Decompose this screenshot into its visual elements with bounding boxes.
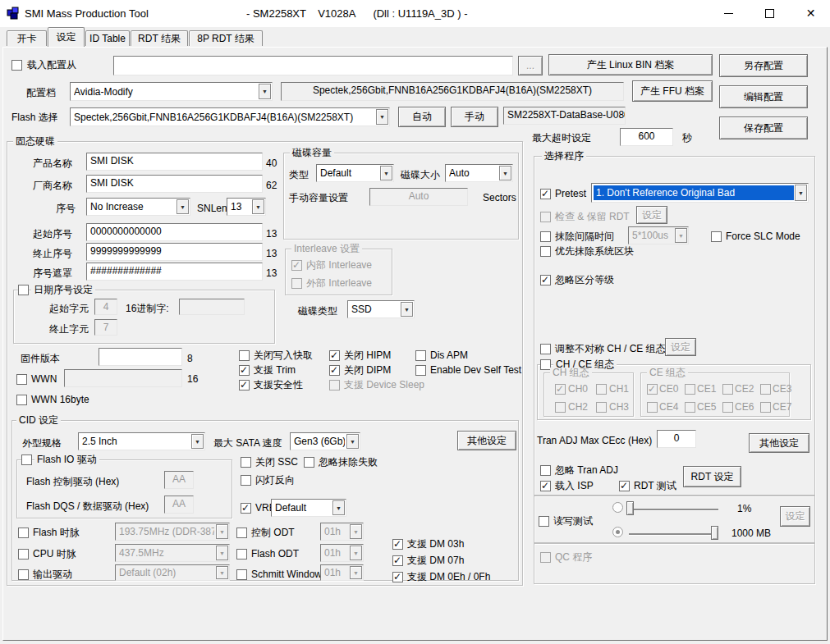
date-start-field: 4 [94,299,117,315]
save-config-button[interactable]: 保存配置 [719,116,808,139]
disable-write-cache-checkbox[interactable] [239,350,250,361]
pretest-select[interactable]: 1. Don't Reference Original Bad▼ [591,183,809,203]
disable-ssc-label: 关闭 SSC [255,456,298,468]
profile-select[interactable]: Avidia-Modify▼ [70,82,273,101]
gen-linux-bin-button[interactable]: 产生 Linux BIN 档案 [548,54,713,75]
schmitt-window-checkbox[interactable] [236,569,247,580]
timeout-field[interactable]: 600 [620,128,673,146]
firmware-field[interactable] [99,348,182,366]
disable-hipm-checkbox[interactable] [329,350,340,361]
security-checkbox[interactable] [239,380,250,391]
chevron-down-icon[interactable]: ▼ [252,199,264,214]
flash-odt-checkbox[interactable] [236,549,247,560]
edit-config-button[interactable]: 编辑配置 [719,85,808,108]
save-as-config-button[interactable]: 另存配置 [719,54,808,77]
wwn16-checkbox[interactable] [16,395,27,405]
minimize-icon [724,13,733,14]
serial-mode-select[interactable]: No Increase▼ [86,198,190,216]
erase-system-first-checkbox[interactable] [540,246,551,257]
product-name-field[interactable]: SMI DISK [86,153,263,171]
chevron-down-icon[interactable]: ▼ [332,500,345,515]
serial-label: 序号 [56,203,76,214]
serial-end-field[interactable]: 9999999999999 [86,243,263,261]
chevron-down-icon: ▼ [216,566,228,579]
serial-start-field[interactable]: 0000000000000 [86,223,263,241]
tab-open-card[interactable]: 开卡 [7,30,47,46]
tab-rdt-result[interactable]: RDT 结果 [131,30,188,46]
chevron-down-icon[interactable]: ▼ [376,109,388,125]
flash-clock-checkbox[interactable] [18,528,29,538]
dm07-checkbox[interactable] [392,555,403,566]
sata-speed-select[interactable]: Gen3 (6Gb)▼ [290,432,360,450]
disk-size-select[interactable]: Auto▼ [445,164,513,182]
flash-io-checkbox[interactable] [21,454,32,465]
dm0e-checkbox[interactable] [392,572,403,582]
force-slc-checkbox[interactable] [711,231,722,242]
trim-checkbox[interactable] [239,365,250,376]
close-button[interactable]: ✕ [791,0,830,26]
internal-interleave-label: 内部 Interleave [306,259,372,271]
capacity-type-select[interactable]: Default▼ [316,164,394,182]
flash-select[interactable]: Spectek,256Gbit,FNNB16A256G1KDBAFJ4(B16A… [70,107,390,126]
chevron-down-icon[interactable]: ▼ [346,434,359,449]
wwn-checkbox[interactable] [16,374,27,385]
rdt-test-checkbox[interactable] [619,481,630,491]
pretest-checkbox[interactable] [540,189,551,199]
ce0-label: CE0 [659,383,678,395]
chevron-down-icon[interactable]: ▼ [499,166,511,180]
other-settings2-button[interactable]: 其他设定 [749,433,809,453]
manual-button[interactable]: 手动 [451,107,498,127]
cpu-clock-checkbox[interactable] [18,549,29,560]
date-serial-checkbox[interactable] [18,285,29,295]
vref-checkbox[interactable] [241,503,251,514]
form-factor-select[interactable]: 2.5 Inch▼ [78,432,205,450]
vendor-name-field[interactable]: SMI DISK [86,175,263,193]
ignore-tran-adj-label: 忽略 Tran ADJ [555,464,618,476]
ignore-tran-adj-checkbox[interactable] [540,465,551,476]
other-settings-button[interactable]: 其他设定 [457,431,516,450]
security-label: 支援安全性 [254,379,303,391]
hex-word-field [179,299,245,315]
chevron-down-icon[interactable]: ▼ [259,84,271,99]
maximize-button[interactable] [750,0,789,26]
ce3-checkbox [760,384,771,395]
load-isp-checkbox[interactable] [540,481,551,491]
vref-select[interactable]: Default▼ [271,499,346,517]
chevron-down-icon[interactable]: ▼ [380,166,392,180]
ch1-label: CH1 [609,383,629,395]
rdt-settings-button[interactable]: RDT 设定 [683,466,741,487]
rw-test-checkbox[interactable] [539,516,549,527]
dis-apm-checkbox[interactable] [415,350,426,361]
load-config-from-checkbox[interactable] [11,60,22,71]
tab-8p-rdt-result[interactable]: 8P RDT 结果 [189,30,263,46]
chevron-down-icon[interactable]: ▼ [191,434,204,449]
asym-chce-checkbox[interactable] [540,344,551,354]
auto-button[interactable]: 自动 [398,107,446,127]
ce-legend: CE 组态 [647,368,688,378]
tab-settings[interactable]: 设定 [48,27,85,47]
chevron-down-icon[interactable]: ▼ [401,302,413,317]
dis-apm-label: Dis APM [430,349,468,361]
schmitt-window-select: 01h▼ [320,564,364,581]
serial-mask-field[interactable]: ############# [86,263,263,281]
ignore-grade-label: 忽略区分等级 [555,274,614,285]
disk-type-select[interactable]: SSD▼ [347,300,415,318]
erase-interval-checkbox[interactable] [540,231,551,242]
dev-self-test-checkbox[interactable] [415,365,426,376]
snlen-select[interactable]: 13▼ [227,198,266,216]
load-config-path-field[interactable] [113,56,513,75]
chevron-down-icon[interactable]: ▼ [177,199,189,214]
gen-ffu-button[interactable]: 产生 FFU 档案 [632,80,713,102]
output-drive-checkbox[interactable] [18,569,29,580]
chevron-down-icon[interactable]: ▼ [795,185,807,201]
tran-adj-field[interactable]: 0 [657,430,696,448]
disable-ssc-checkbox[interactable] [241,457,251,468]
ignore-erase-fail-checkbox[interactable] [304,457,314,468]
tab-id-table[interactable]: ID Table [85,30,130,46]
ctrl-odt-checkbox[interactable] [236,528,247,538]
dm03-checkbox[interactable] [392,539,403,550]
led-invert-checkbox[interactable] [241,475,251,486]
ignore-grade-checkbox[interactable] [540,275,551,285]
disable-dipm-checkbox[interactable] [329,365,340,376]
minimize-button[interactable] [709,0,748,26]
